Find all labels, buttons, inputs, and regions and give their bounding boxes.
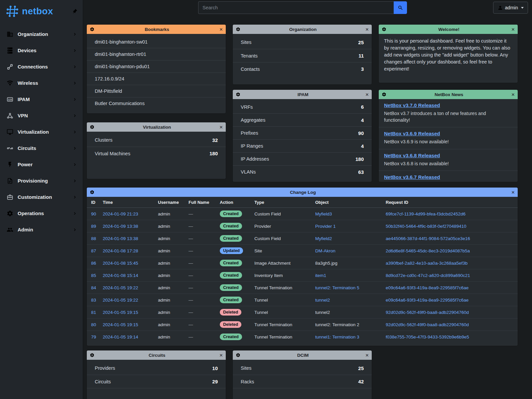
changelog-id-link[interactable]: 86 xyxy=(91,261,96,266)
news-headline-link[interactable]: NetBox v3.6.7 Released xyxy=(384,174,440,180)
stat-row[interactable]: VLANs 63 xyxy=(233,165,372,178)
changelog-object-link[interactable]: Myfield2 xyxy=(315,236,332,241)
changelog-request-id-link[interactable]: e09c64a6-93f3-419a-8ea9-229585f7c6ae xyxy=(386,298,468,303)
stat-row[interactable]: VRFs 6 xyxy=(233,100,372,113)
changelog-request-id-link[interactable]: 50b32f40-5464-4f9c-b83f-0ef270489410 xyxy=(386,224,466,229)
widget-config-icon[interactable] xyxy=(90,27,94,32)
close-icon[interactable]: × xyxy=(511,92,515,97)
bookmark-link[interactable]: Butler Communications xyxy=(87,97,226,109)
changelog-request-id-link[interactable]: f038e755-705e-47f3-9433-5392b9e6b9e5 xyxy=(386,334,469,339)
stat-row[interactable]: Clusters 32 xyxy=(87,133,226,147)
widget-config-icon[interactable] xyxy=(382,27,386,32)
stat-row[interactable]: Circuits 29 xyxy=(87,375,226,388)
changelog-object-link[interactable]: tunnel1: Termination 3 xyxy=(315,334,359,339)
changelog-id-link[interactable]: 89 xyxy=(91,224,96,229)
stat-row[interactable]: Sites 25 xyxy=(233,36,372,49)
changelog-time-link[interactable]: 2024-01-05 19:15 xyxy=(103,310,138,315)
sidebar-item-provisioning[interactable]: Provisioning xyxy=(0,173,83,189)
stat-row[interactable]: Prefixes 90 xyxy=(233,126,372,139)
changelog-request-id-link[interactable]: 8d9cd72e-cd0c-47c2-a620-dc899a690c21 xyxy=(386,273,470,278)
stat-row[interactable]: IP Addresses 180 xyxy=(233,152,372,165)
close-icon[interactable]: × xyxy=(511,27,515,32)
changelog-id-link[interactable]: 90 xyxy=(91,211,96,216)
changelog-request-id-link[interactable]: 92d02d9c-562f-49f0-baa8-adb22904760d xyxy=(386,322,469,327)
sidebar-item-virtualization[interactable]: Virtualization xyxy=(0,124,83,140)
changelog-id-link[interactable]: 87 xyxy=(91,248,96,253)
widget-config-icon[interactable] xyxy=(90,125,94,129)
close-icon[interactable]: × xyxy=(365,92,369,97)
stat-row[interactable]: IP Ranges 4 xyxy=(233,139,372,152)
changelog-id-link[interactable]: 81 xyxy=(91,310,96,315)
changelog-object-link[interactable]: tunnel2 xyxy=(315,298,330,303)
close-icon[interactable]: × xyxy=(219,124,223,130)
bookmark-link[interactable]: dmi01-binghamton-pdu01 xyxy=(87,60,226,72)
widget-config-icon[interactable] xyxy=(236,353,240,357)
changelog-time-link[interactable]: 2024-01-09 13:38 xyxy=(103,224,138,229)
sidebar-item-circuits[interactable]: Circuits xyxy=(0,140,83,156)
changelog-object-link[interactable]: tunnel2: Termination 5 xyxy=(315,285,359,290)
changelog-time-link[interactable]: 2024-01-09 21:23 xyxy=(103,211,138,216)
changelog-object-link[interactable]: item1 xyxy=(315,273,326,278)
bookmark-link[interactable]: dmi01-binghamton-sw01 xyxy=(87,36,226,48)
changelog-id-link[interactable]: 84 xyxy=(91,285,96,290)
sidebar-item-ipam[interactable]: IPAM xyxy=(0,91,83,107)
bookmark-link[interactable]: DM-Pittsfield xyxy=(87,85,226,97)
widget-config-icon[interactable] xyxy=(382,92,386,97)
pin-sidebar-icon[interactable] xyxy=(70,7,78,15)
news-headline-link[interactable]: NetBox v3.6.8 Released xyxy=(384,153,440,158)
changelog-time-link[interactable]: 2024-01-09 13:38 xyxy=(103,236,138,241)
close-icon[interactable]: × xyxy=(219,27,223,32)
user-menu-button[interactable]: admin xyxy=(493,2,528,14)
sidebar-item-connections[interactable]: Connections xyxy=(0,59,83,75)
search-input[interactable] xyxy=(198,1,394,14)
sidebar-item-wireless[interactable]: Wireless xyxy=(0,75,83,91)
changelog-time-link[interactable]: 2024-01-05 19:22 xyxy=(103,285,138,290)
sidebar-item-power[interactable]: Power xyxy=(0,156,83,173)
changelog-request-id-link[interactable]: e09c64a6-93f3-419a-8ea9-229585f7c6ae xyxy=(386,285,468,290)
changelog-object-link[interactable]: Provider 1 xyxy=(315,224,336,229)
changelog-object-link[interactable]: DM-Akron xyxy=(315,248,335,253)
bookmark-link[interactable]: dmi01-binghamton-rtr01 xyxy=(87,48,226,60)
changelog-id-link[interactable]: 85 xyxy=(91,273,96,278)
changelog-time-link[interactable]: 2024-01-08 15:45 xyxy=(103,261,138,266)
bookmark-link[interactable]: 172.16.0.9/24 xyxy=(87,72,226,85)
changelog-time-link[interactable]: 2024-01-05 19:14 xyxy=(103,334,138,339)
close-icon[interactable]: × xyxy=(219,352,223,358)
widget-config-icon[interactable] xyxy=(236,92,240,97)
changelog-time-link[interactable]: 2024-01-08 17:28 xyxy=(103,248,138,253)
close-icon[interactable]: × xyxy=(511,190,515,195)
stat-row[interactable]: Providers 10 xyxy=(87,361,226,375)
news-headline-link[interactable]: NetBox v3.7.0 Released xyxy=(384,102,440,108)
widget-config-icon[interactable] xyxy=(90,353,94,357)
close-icon[interactable]: × xyxy=(365,352,369,358)
changelog-request-id-link[interactable]: 69fce7cf-1139-4d99-bfea-f3dcbd2452d6 xyxy=(386,211,466,216)
changelog-id-link[interactable]: 88 xyxy=(91,236,96,241)
changelog-request-id-link[interactable]: 2d6d6e8f-5465-45dc-8ec3-2019d4087b5a xyxy=(386,248,470,253)
sidebar-item-operations[interactable]: Operations xyxy=(0,205,83,221)
stat-row[interactable]: Racks 42 xyxy=(233,375,372,388)
stat-row[interactable]: Virtual Machines 180 xyxy=(87,147,226,160)
brand-logo[interactable]: netbox xyxy=(0,0,83,23)
sidebar-item-vpn[interactable]: VPN xyxy=(0,107,83,124)
sidebar-item-customization[interactable]: Customization xyxy=(0,189,83,205)
changelog-id-link[interactable]: 79 xyxy=(91,334,96,339)
widget-config-icon[interactable] xyxy=(90,190,94,195)
changelog-time-link[interactable]: 2024-01-08 15:14 xyxy=(103,273,138,278)
changelog-request-id-link[interactable]: 92d02d9c-562f-49f0-baa8-adb22904760d xyxy=(386,310,469,315)
changelog-id-link[interactable]: 83 xyxy=(91,298,96,303)
sidebar-item-organization[interactable]: Organization xyxy=(0,26,83,42)
changelog-request-id-link[interactable]: ae445066-387d-44f1-9084-572a05ce3e16 xyxy=(386,236,470,241)
widget-config-icon[interactable] xyxy=(236,27,240,32)
changelog-id-link[interactable]: 80 xyxy=(91,322,96,327)
changelog-time-link[interactable]: 2024-01-05 19:15 xyxy=(103,322,138,327)
changelog-time-link[interactable]: 2024-01-05 19:22 xyxy=(103,298,138,303)
sidebar-item-devices[interactable]: Devices xyxy=(0,42,83,59)
search-button[interactable] xyxy=(394,1,407,14)
stat-row[interactable]: Contacts 3 xyxy=(233,62,372,75)
close-icon[interactable]: × xyxy=(365,27,369,32)
stat-row[interactable]: Sites 25 xyxy=(233,361,372,375)
news-headline-link[interactable]: NetBox v3.6.9 Released xyxy=(384,131,440,136)
stat-row[interactable]: Tenants 11 xyxy=(233,49,372,62)
changelog-object-link[interactable]: Myfield3 xyxy=(315,211,332,216)
sidebar-item-admin[interactable]: Admin xyxy=(0,221,83,238)
